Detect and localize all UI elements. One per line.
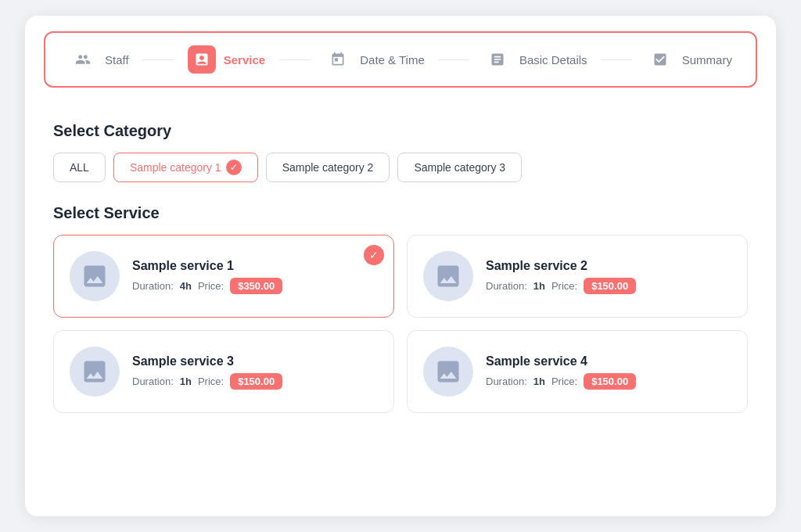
price-label-2: Price:	[551, 280, 577, 292]
filter-cat2[interactable]: Sample category 2	[266, 153, 390, 182]
step-service-label: Service	[224, 53, 265, 66]
service-avatar-1	[70, 251, 120, 301]
divider-4	[601, 59, 632, 60]
price-label-3: Price:	[198, 376, 224, 387]
service-icon	[188, 45, 216, 74]
duration-label-1: Duration:	[132, 280, 174, 292]
basic-details-icon	[483, 45, 512, 74]
duration-value-1: 4h	[180, 280, 192, 292]
services-grid: Sample service 1 Duration: 4h Price: $35…	[53, 235, 748, 413]
service-card-1[interactable]: Sample service 1 Duration: 4h Price: $35…	[53, 235, 394, 318]
service-section-title: Select Service	[53, 204, 748, 222]
service-info-1: Sample service 1 Duration: 4h Price: $35…	[132, 259, 378, 294]
category-section-title: Select Category	[53, 122, 748, 140]
price-badge-4: $150.00	[584, 373, 636, 390]
divider-3	[438, 59, 469, 60]
step-summary-label: Summary	[682, 53, 732, 66]
staff-icon	[69, 45, 97, 74]
service-avatar-3	[70, 347, 120, 397]
step-datetime[interactable]: Date & Time	[316, 41, 433, 78]
main-container: Staff Service Date & Time Basic Details	[25, 16, 776, 516]
duration-value-2: 1h	[533, 280, 545, 292]
service-name-1: Sample service 1	[132, 259, 378, 273]
step-service[interactable]: Service	[180, 41, 273, 78]
summary-icon	[646, 45, 674, 74]
step-staff-label: Staff	[105, 53, 129, 66]
service-card-2[interactable]: Sample service 2 Duration: 1h Price: $15…	[407, 235, 748, 318]
datetime-icon	[324, 45, 352, 74]
service-info-3: Sample service 3 Duration: 1h Price: $15…	[132, 354, 378, 390]
price-label-4: Price:	[551, 376, 577, 387]
duration-value-3: 1h	[180, 376, 192, 387]
filter-cat1[interactable]: Sample category 1 ✓	[113, 153, 258, 182]
filter-cat1-label: Sample category 1	[130, 161, 221, 174]
filter-all[interactable]: ALL	[53, 153, 106, 182]
divider-1	[142, 59, 174, 60]
service-name-2: Sample service 2	[486, 259, 731, 273]
step-staff[interactable]: Staff	[61, 41, 137, 78]
duration-label-3: Duration:	[132, 376, 174, 387]
category-filters: ALL Sample category 1 ✓ Sample category …	[53, 153, 748, 182]
service-card-4[interactable]: Sample service 4 Duration: 1h Price: $15…	[407, 330, 748, 413]
duration-value-4: 1h	[533, 376, 545, 387]
price-badge-3: $150.00	[230, 373, 282, 390]
service-meta-3: Duration: 1h Price: $150.00	[132, 373, 378, 390]
stepper: Staff Service Date & Time Basic Details	[44, 31, 757, 88]
service-meta-4: Duration: 1h Price: $150.00	[486, 373, 731, 390]
service-meta-1: Duration: 4h Price: $350.00	[132, 278, 378, 294]
service-avatar-4	[423, 347, 473, 397]
service-name-3: Sample service 3	[132, 354, 378, 368]
page-content: Select Category ALL Sample category 1 ✓ …	[25, 103, 776, 432]
divider-2	[279, 59, 311, 60]
service-meta-2: Duration: 1h Price: $150.00	[486, 278, 731, 294]
step-summary[interactable]: Summary	[638, 41, 740, 78]
price-badge-2: $150.00	[584, 278, 636, 294]
service-avatar-2	[423, 251, 473, 301]
price-label-1: Price:	[198, 280, 224, 292]
service-name-4: Sample service 4	[486, 354, 731, 368]
service-card-3[interactable]: Sample service 3 Duration: 1h Price: $15…	[53, 330, 394, 413]
step-basic-details-label: Basic Details	[519, 53, 587, 66]
filter-cat3[interactable]: Sample category 3	[397, 153, 522, 182]
price-badge-1: $350.00	[230, 278, 282, 294]
selected-check-1: ✓	[364, 245, 384, 265]
service-info-2: Sample service 2 Duration: 1h Price: $15…	[486, 259, 731, 294]
step-basic-details[interactable]: Basic Details	[476, 41, 595, 78]
filter-cat1-check-icon: ✓	[226, 160, 242, 175]
step-datetime-label: Date & Time	[360, 53, 425, 66]
service-info-4: Sample service 4 Duration: 1h Price: $15…	[486, 354, 731, 390]
duration-label-2: Duration:	[486, 280, 527, 292]
duration-label-4: Duration:	[486, 376, 527, 387]
